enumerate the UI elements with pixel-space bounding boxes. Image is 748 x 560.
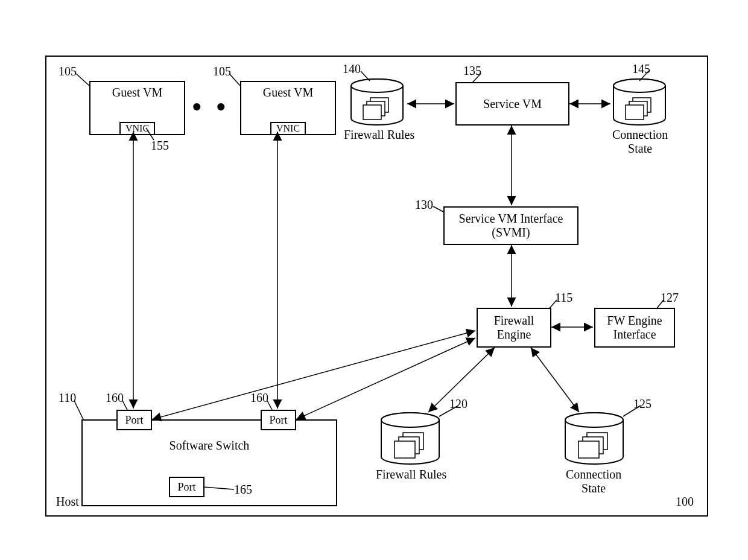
- svg-rect-14: [395, 441, 415, 458]
- firewall-engine-box: Firewall Engine: [477, 308, 551, 348]
- guest-vm-2-label: Guest VM: [263, 86, 314, 100]
- software-switch-box: Software Switch: [81, 419, 337, 506]
- port-3-ref: 165: [234, 483, 252, 497]
- fw-engine-interface-label: FW Engine Interface: [607, 314, 662, 342]
- svg-rect-19: [578, 441, 599, 458]
- guest-vm-1-ref: 105: [59, 65, 77, 78]
- port-2-ref: 160: [250, 391, 268, 405]
- host-ref: 100: [676, 495, 694, 509]
- connection-state-bottom-ref: 125: [633, 397, 651, 411]
- svg-rect-4: [363, 105, 381, 119]
- svmi-box: Service VM Interface (SVMI): [443, 206, 578, 245]
- service-vm-label: Service VM: [483, 97, 542, 111]
- service-vm-ref: 135: [463, 64, 481, 78]
- firewall-rules-top-ref: 140: [343, 62, 361, 76]
- svg-point-16: [565, 413, 623, 427]
- svg-point-1: [351, 79, 403, 92]
- connection-state-top-ref: 145: [632, 62, 650, 76]
- host-label: Host: [56, 495, 79, 509]
- firewall-rules-bottom-label: Firewall Rules: [376, 468, 446, 482]
- vnic-2: VNIC: [270, 122, 306, 135]
- port-3-box: Port: [169, 477, 204, 497]
- port-1-box: Port: [116, 410, 152, 430]
- docs-icon-1: [362, 97, 392, 123]
- software-switch-label: Software Switch: [170, 439, 250, 453]
- svmi-ref: 130: [415, 198, 433, 212]
- port-2-label: Port: [269, 414, 287, 427]
- software-switch-ref: 110: [59, 391, 76, 405]
- svg-rect-9: [626, 105, 644, 119]
- port-2-box: Port: [261, 410, 296, 430]
- connection-state-top-label: Connection State: [612, 128, 668, 156]
- fw-engine-interface-ref: 127: [661, 291, 679, 305]
- firewall-engine-label: Firewall Engine: [494, 314, 534, 342]
- service-vm-box: Service VM: [455, 82, 569, 126]
- diagram-canvas: Host 100 Guest VM VNIC 105 155 ● ● ● .la…: [0, 0, 748, 560]
- port-1-ref: 160: [106, 391, 124, 405]
- vnic-1: VNIC: [119, 122, 155, 135]
- port-3-label: Port: [177, 481, 195, 494]
- vnic-ref: 155: [151, 139, 169, 153]
- docs-icon-2: [624, 97, 654, 123]
- guest-vm-2-ref: 105: [213, 65, 231, 78]
- guest-vm-1-label: Guest VM: [112, 86, 163, 100]
- fw-engine-interface-box: FW Engine Interface: [594, 308, 675, 348]
- port-1-label: Port: [125, 414, 143, 427]
- firewall-rules-top-label: Firewall Rules: [344, 128, 414, 142]
- guest-vm-2-box: Guest VM VNIC: [240, 81, 336, 135]
- docs-icon-3: [393, 431, 426, 461]
- svg-point-11: [381, 413, 439, 427]
- firewall-engine-ref: 115: [555, 291, 572, 305]
- svmi-label: Service VM Interface (SVMI): [459, 212, 563, 240]
- firewall-rules-bottom-ref: 120: [449, 397, 468, 411]
- guest-vm-1-box: Guest VM VNIC: [89, 81, 185, 135]
- connection-state-bottom-label: Connection State: [566, 468, 621, 495]
- svg-point-6: [613, 79, 665, 92]
- docs-icon-4: [577, 431, 610, 461]
